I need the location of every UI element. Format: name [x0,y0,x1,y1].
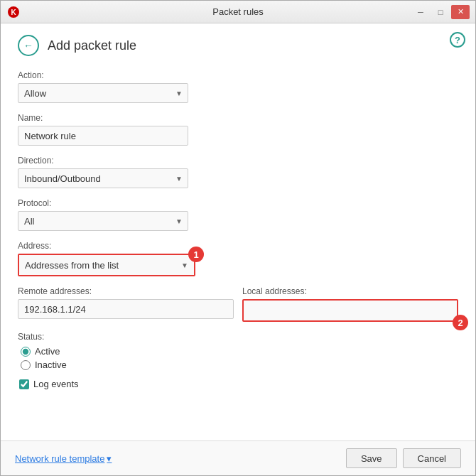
page-title: Add packet rule [48,38,136,53]
local-address-input-wrapper [242,299,458,322]
close-button[interactable]: ✕ [451,5,470,19]
protocol-select[interactable]: All TCP UDP ICMP [18,211,188,231]
window-title: Packet rules [212,6,264,17]
inactive-radio-item[interactable]: Inactive [21,359,458,370]
inactive-radio[interactable] [21,360,31,370]
main-window: K Packet rules ─ □ ✕ ? ← Add packet rule… [0,0,476,476]
status-section: Status: Active Inactive [18,332,458,370]
remote-address-label: Remote addresses: [18,286,234,296]
window-controls: ─ □ ✕ [411,5,470,19]
remote-address-group: Remote addresses: [18,286,234,322]
name-label: Name: [18,113,458,123]
footer-buttons: Save Cancel [346,448,461,468]
address-select[interactable]: Addresses from the list Any address Loca… [19,255,194,275]
name-group: Name: [18,113,458,146]
local-address-input[interactable] [244,301,457,320]
remote-address-input[interactable] [18,299,234,319]
address-label: Address: [18,241,458,251]
help-icon[interactable]: ? [450,32,465,48]
direction-select-wrapper: Inbound/Outbound Inbound Outbound ▼ [18,168,188,188]
save-button[interactable]: Save [346,448,397,468]
name-input[interactable] [18,126,188,146]
header-row: ← Add packet rule [18,35,458,56]
remote-address-input-wrapper [18,299,234,319]
kaspersky-logo: K [6,5,21,19]
protocol-select-wrapper: All TCP UDP ICMP ▼ [18,211,188,231]
active-radio-label: Active [35,346,60,357]
address-select-wrapper: Addresses from the list Any address Loca… [18,254,195,276]
radio-group: Active Inactive [21,346,458,370]
template-link-arrow: ▾ [107,453,112,464]
cancel-button[interactable]: Cancel [403,448,461,468]
protocol-label: Protocol: [18,198,458,208]
content-area: ? ← Add packet rule Action: Allow Block … [1,23,475,475]
log-events-checkbox[interactable] [19,379,29,389]
action-select[interactable]: Allow Block Allow if no rules [18,83,188,103]
titlebar: K Packet rules ─ □ ✕ [1,1,475,23]
svg-text:K: K [11,9,16,16]
address-badge: 1 [188,247,204,262]
local-address-group: Local addresses: 2 [242,286,458,322]
maximize-button[interactable]: □ [431,5,450,19]
back-button[interactable]: ← [18,35,39,56]
template-link-text: Network rule template [15,453,104,464]
local-address-badge: 2 [453,315,468,330]
footer: Network rule template ▾ Save Cancel [1,440,475,475]
direction-select[interactable]: Inbound/Outbound Inbound Outbound [18,168,188,188]
action-select-wrapper: Allow Block Allow if no rules ▼ [18,83,188,103]
action-group: Action: Allow Block Allow if no rules ▼ [18,70,458,103]
protocol-group: Protocol: All TCP UDP ICMP ▼ [18,198,458,231]
direction-label: Direction: [18,156,458,166]
addresses-row: Remote addresses: Local addresses: 2 [18,286,458,322]
active-radio[interactable] [21,347,31,357]
log-events-label: Log events [33,379,79,389]
address-group: Address: Addresses from the list Any add… [18,241,458,276]
main-content: ← Add packet rule Action: Allow Block Al… [1,23,475,440]
action-label: Action: [18,70,458,80]
status-label: Status: [18,332,458,342]
minimize-button[interactable]: ─ [411,5,430,19]
local-address-label: Local addresses: [242,286,458,296]
inactive-radio-label: Inactive [35,359,67,370]
direction-group: Direction: Inbound/Outbound Inbound Outb… [18,156,458,188]
template-link-button[interactable]: Network rule template ▾ [15,453,112,464]
active-radio-item[interactable]: Active [21,346,458,357]
titlebar-left: K [6,5,21,19]
log-events-row: Log events [19,379,458,389]
